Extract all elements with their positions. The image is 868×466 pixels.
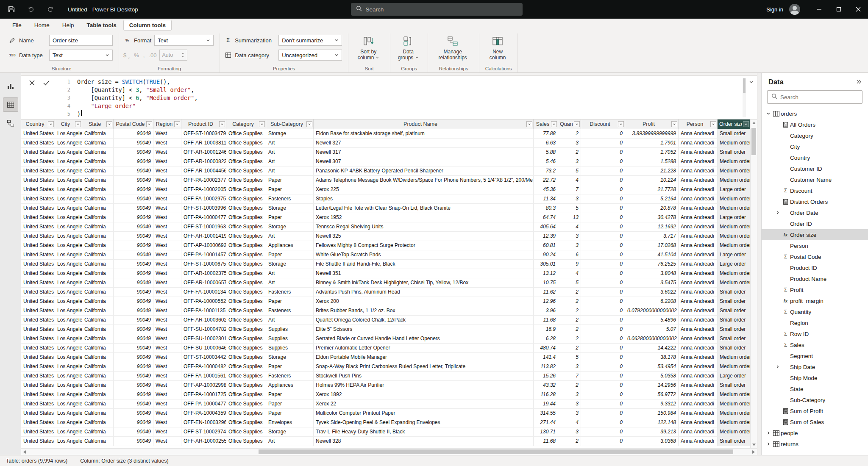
horizontal-scrollbar[interactable] [21, 448, 757, 455]
table-cell[interactable]: 2 [558, 288, 581, 297]
table-cell[interactable]: Office Supplies [226, 269, 266, 278]
table-cell[interactable]: 0 [581, 148, 625, 157]
table-cell[interactable]: Art [266, 437, 314, 446]
table-cell[interactable]: West [153, 344, 181, 352]
table-cell[interactable]: Small order [718, 148, 750, 157]
table-cell[interactable]: United States [21, 372, 55, 380]
table-cell[interactable]: OFF-PA-10000552 [181, 297, 226, 306]
table-cell[interactable]: Newell 328 [314, 437, 534, 446]
sort-by-column-button[interactable]: Sort by column [353, 34, 384, 62]
table-cell[interactable]: Large order [718, 213, 750, 222]
table-cell[interactable]: Los Angeles [55, 213, 82, 222]
table-cell[interactable]: Office Supplies [226, 278, 266, 287]
table-cell[interactable]: Medium order [718, 139, 750, 147]
table-cell[interactable]: 0 [581, 325, 625, 334]
table-cell[interactable]: 5.88 [534, 148, 558, 157]
table-cell[interactable]: Small order [718, 129, 750, 138]
field-item-order-size[interactable]: fxOrder size [762, 229, 868, 240]
table-cell[interactable]: Paper [266, 185, 314, 194]
table-cell[interactable]: Los Angeles [55, 297, 82, 306]
filter-icon[interactable] [618, 121, 624, 127]
table-cell[interactable]: 5 [558, 166, 581, 175]
table-cell[interactable]: 39.213 [625, 427, 679, 436]
table-cell[interactable]: 1.7052 [625, 148, 679, 157]
table-cell[interactable]: United States [21, 278, 55, 287]
table-cell[interactable]: Small order [718, 437, 750, 446]
column-header-sub-category[interactable]: Sub-Category [266, 119, 314, 129]
table-cell[interactable]: California [82, 409, 114, 418]
table-cell[interactable]: 5.0358 [625, 372, 679, 380]
table-cell[interactable]: Medium order [718, 166, 750, 175]
table-cell[interactable]: Small order [718, 334, 750, 343]
table-cell[interactable]: Advantus Push Pins, Aluminum Head [314, 288, 534, 297]
filter-icon[interactable] [146, 121, 152, 127]
table-cell[interactable]: OFF-PA-10002377 [181, 176, 226, 185]
table-cell[interactable]: 405.64 [534, 222, 558, 231]
table-cell[interactable]: 43.32 [534, 381, 558, 390]
table-cell[interactable]: California [82, 260, 114, 269]
cancel-formula-icon[interactable] [29, 80, 35, 119]
table-cell[interactable]: Stockwell Push Pins [314, 372, 534, 380]
table-cell[interactable]: 0 [581, 409, 625, 418]
table-cell[interactable]: 2 [558, 148, 581, 157]
table-cell[interactable]: Serrated Blade or Curved Handle Hand Let… [314, 334, 534, 343]
table-cell[interactable]: 0.0792000000000002 [625, 306, 679, 315]
table-cell[interactable]: Anna Andreadi [679, 213, 718, 222]
table-cell[interactable]: 2 [558, 381, 581, 390]
filter-icon[interactable] [306, 121, 312, 127]
table-cell[interactable]: 11.68 [534, 316, 558, 325]
table-cell[interactable]: Storage [266, 129, 314, 138]
table-cell[interactable]: 7 [558, 185, 581, 194]
table-cell[interactable]: Los Angeles [55, 166, 82, 175]
table-cell[interactable]: Anna Andreadi [679, 306, 718, 315]
table-cell[interactable]: United States [21, 269, 55, 278]
table-cell[interactable]: Fasteners [266, 288, 314, 297]
table-cell[interactable]: 0 [581, 185, 625, 194]
table-cell[interactable]: 3 [558, 409, 581, 418]
table-cell[interactable]: Brites Rubber Bands, 1 1/2 oz. Box [314, 306, 534, 315]
table-cell[interactable]: 0 [581, 260, 625, 269]
table-cell[interactable]: Anna Andreadi [679, 148, 718, 157]
table-cell[interactable]: Art [266, 278, 314, 287]
table-cell[interactable]: Large order [718, 250, 750, 259]
table-cell[interactable]: Office Supplies [226, 129, 266, 138]
table-cell[interactable]: OFF-FA-10000134 [181, 288, 226, 297]
table-cell[interactable]: Anna Andreadi [679, 390, 718, 399]
column-header-category[interactable]: Category [226, 119, 266, 129]
table-cell[interactable]: 90049 [114, 381, 153, 390]
field-item-customer-name[interactable]: Customer Name [762, 174, 868, 185]
table-cell[interactable]: West [153, 297, 181, 306]
table-cell[interactable]: West [153, 166, 181, 175]
column-header-discount[interactable]: Discount [581, 119, 625, 129]
table-cell[interactable]: 90049 [114, 390, 153, 399]
table-cell[interactable]: Los Angeles [55, 344, 82, 352]
scrollbar-thumb[interactable] [751, 128, 756, 155]
field-item-ship-mode[interactable]: Ship Mode [762, 372, 868, 383]
filter-icon[interactable] [174, 121, 180, 127]
table-cell[interactable]: West [153, 213, 181, 222]
column-header-city[interactable]: City [55, 119, 82, 129]
table-cell[interactable]: 0 [581, 437, 625, 446]
table-cell[interactable]: Newell 307 [314, 157, 534, 166]
table-cell[interactable]: Los Angeles [55, 427, 82, 436]
table-cell[interactable]: OFF-EN-10003296 [181, 418, 226, 427]
filter-icon[interactable] [48, 121, 54, 127]
table-cell[interactable]: West [153, 194, 181, 203]
table-cell[interactable]: Los Angeles [55, 278, 82, 287]
vertical-scrollbar[interactable] [750, 119, 757, 448]
table-cell[interactable]: West [153, 148, 181, 157]
table-cell[interactable]: Medium order [718, 418, 750, 427]
table-cell[interactable]: Office Supplies [226, 222, 266, 231]
table-cell[interactable]: West [153, 390, 181, 399]
table-cell[interactable]: OFF-AR-10000657 [181, 278, 226, 287]
chevron-right-icon[interactable] [765, 431, 772, 435]
table-cell[interactable]: 9 [558, 260, 581, 269]
table-cell[interactable]: California [82, 344, 114, 352]
maximize-button[interactable] [829, 0, 849, 19]
table-cell[interactable]: United States [21, 418, 55, 427]
table-cell[interactable]: 2 [558, 129, 581, 138]
table-cell[interactable]: 4 [558, 222, 581, 231]
table-cell[interactable]: Anna Andreadi [679, 241, 718, 250]
field-item-returns[interactable]: returns [762, 438, 868, 449]
table-cell[interactable]: California [82, 269, 114, 278]
